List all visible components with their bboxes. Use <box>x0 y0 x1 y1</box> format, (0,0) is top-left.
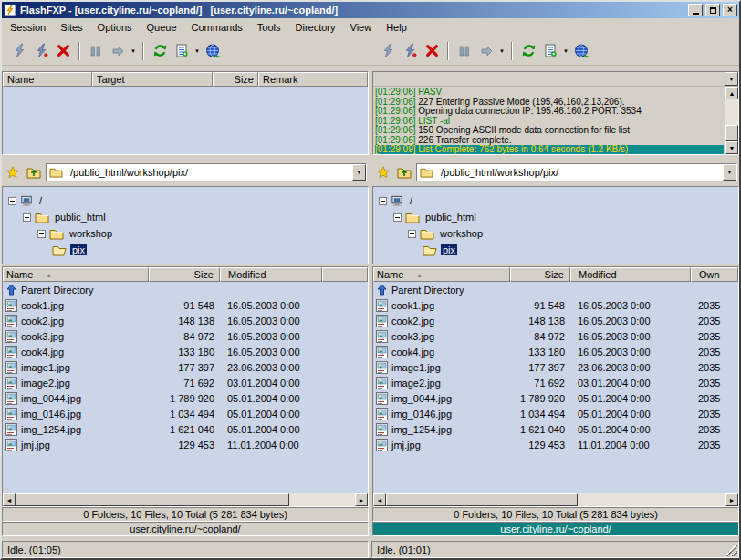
queue-column-name[interactable]: Name <box>3 72 92 87</box>
tree-item-root[interactable]: / <box>3 192 368 209</box>
queue-column-target[interactable]: Target <box>92 72 213 87</box>
column-header-name[interactable]: Name▲ <box>3 267 149 282</box>
file-row[interactable]: cook1.jpg91 54816.05.2003 0:00 <box>3 297 368 313</box>
log-combobox[interactable]: ▼ <box>373 72 738 87</box>
menu-tools[interactable]: Tools <box>250 19 288 36</box>
file-row[interactable]: img_0044.jpg1 789 92005.01.2004 0:002035 <box>373 390 738 406</box>
transfer-queue-dropdown-arrow[interactable]: ▼ <box>497 40 506 62</box>
tree-expander-icon[interactable] <box>408 230 416 238</box>
tree-item-pix[interactable]: pix <box>3 242 368 258</box>
queue-view-button[interactable] <box>539 40 561 62</box>
file-row[interactable]: cook1.jpg91 54816.05.2003 0:002035 <box>373 297 738 313</box>
transfer-queue-button[interactable] <box>475 40 497 62</box>
file-row[interactable]: cook2.jpg148 13816.05.2003 0:00 <box>3 313 368 328</box>
file-row[interactable]: image2.jpg71 69203.01.2004 0:00 <box>3 375 368 390</box>
file-row[interactable]: img_1254.jpg1 621 04005.01.2004 0:002035 <box>373 421 738 437</box>
log-dropdown-arrow[interactable]: ▼ <box>725 72 738 86</box>
queue-view-dropdown-arrow[interactable]: ▼ <box>193 40 202 62</box>
tree-expander-icon[interactable] <box>23 213 31 222</box>
resize-grip[interactable] <box>726 545 737 556</box>
restore-button[interactable] <box>705 4 720 16</box>
menu-session[interactable]: Session <box>3 19 53 36</box>
path-combobox-right[interactable]: /public_html/workshop/pix/ ▼ <box>416 163 737 181</box>
menu-help[interactable]: Help <box>379 19 414 36</box>
file-row[interactable]: image1.jpg177 39723.06.2003 0:00 <box>3 359 368 375</box>
column-header-size[interactable]: Size <box>149 267 220 282</box>
file-row[interactable]: jmj.jpg129 45311.01.2004 0:00 <box>3 437 368 452</box>
favorites-button[interactable] <box>374 163 392 181</box>
column-header-modified[interactable]: Modified <box>570 267 691 282</box>
tree-expander-icon[interactable] <box>8 197 16 205</box>
scroll-down-arrow[interactable]: ▼ <box>725 141 738 154</box>
scroll-thumb[interactable] <box>725 125 738 141</box>
scroll-left-arrow[interactable]: ◄ <box>373 493 386 506</box>
up-directory-button[interactable] <box>395 163 413 181</box>
file-row[interactable]: img_1254.jpg1 621 04005.01.2004 0:00 <box>3 421 368 437</box>
file-row[interactable]: image1.jpg177 39723.06.2003 0:002035 <box>373 359 738 375</box>
site-manager-button[interactable] <box>570 40 592 62</box>
connect-button[interactable] <box>377 40 399 62</box>
path-dropdown-arrow-right[interactable]: ▼ <box>723 164 736 181</box>
connect-button[interactable] <box>8 40 30 62</box>
up-directory-button[interactable] <box>25 163 43 181</box>
scroll-up-arrow[interactable]: ▲ <box>725 87 738 99</box>
file-row[interactable]: img_0146.jpg1 034 49405.01.2004 0:00 <box>3 406 368 421</box>
horizontal-scrollbar-left[interactable]: ◄ ► <box>3 493 368 506</box>
quick-connect-button[interactable] <box>30 40 52 62</box>
app-icon[interactable] <box>4 4 17 17</box>
refresh-button[interactable] <box>517 40 539 62</box>
tree-item-pix[interactable]: pix <box>373 242 738 258</box>
scroll-track[interactable] <box>16 493 355 506</box>
column-header-name[interactable]: Name▲ <box>373 267 510 282</box>
menu-commands[interactable]: Commands <box>184 19 250 36</box>
transfer-queue-dropdown-arrow[interactable]: ▼ <box>129 40 138 62</box>
tree-item-workshop[interactable]: workshop <box>3 225 368 242</box>
parent-directory-row[interactable]: Parent Directory <box>3 282 368 297</box>
parent-directory-row[interactable]: Parent Directory <box>373 282 738 297</box>
minimize-button[interactable] <box>688 4 703 16</box>
scroll-thumb[interactable] <box>386 493 578 506</box>
file-row[interactable]: cook4.jpg133 18016.05.2003 0:00 <box>3 344 368 359</box>
transfer-queue-button[interactable] <box>107 40 129 62</box>
horizontal-scrollbar-right[interactable]: ◄ ► <box>373 493 738 506</box>
titlebar[interactable]: FlashFXP - [user.cityline.ru/~copland/] … <box>2 2 739 18</box>
queue-list[interactable] <box>3 87 368 154</box>
pause-queue-button[interactable] <box>85 40 107 62</box>
column-header-modified[interactable]: Modified <box>220 267 322 282</box>
scroll-right-arrow[interactable]: ► <box>355 493 368 506</box>
log-vertical-scrollbar[interactable]: ▲ ▼ <box>725 87 738 154</box>
queue-column-remark[interactable]: Remark <box>258 72 368 87</box>
scroll-thumb[interactable] <box>16 493 289 506</box>
file-row[interactable]: cook3.jpg84 97216.05.2003 0:002035 <box>373 328 738 344</box>
abort-button[interactable] <box>421 40 443 62</box>
menu-queue[interactable]: Queue <box>140 19 184 36</box>
tree-expander-icon[interactable] <box>393 213 402 222</box>
scroll-track[interactable] <box>386 493 725 506</box>
quick-connect-button[interactable] <box>399 40 421 62</box>
file-row[interactable]: cook3.jpg84 97216.05.2003 0:00 <box>3 328 368 344</box>
abort-button[interactable] <box>52 40 74 62</box>
tree-item-workshop[interactable]: workshop <box>373 225 738 242</box>
scroll-right-arrow[interactable]: ► <box>725 493 738 506</box>
file-row[interactable]: cook4.jpg133 18016.05.2003 0:002035 <box>373 344 738 359</box>
file-row[interactable]: jmj.jpg129 45311.01.2004 0:002035 <box>373 437 738 452</box>
file-row[interactable]: image2.jpg71 69203.01.2004 0:002035 <box>373 375 738 390</box>
tree-item-public_html[interactable]: public_html <box>3 209 368 225</box>
file-row[interactable]: img_0044.jpg1 789 92005.01.2004 0:00 <box>3 390 368 406</box>
path-dropdown-arrow-left[interactable]: ▼ <box>352 164 366 181</box>
queue-view-dropdown-arrow[interactable]: ▼ <box>561 40 570 62</box>
menu-sites[interactable]: Sites <box>53 19 89 36</box>
scroll-track[interactable] <box>725 99 738 141</box>
refresh-button[interactable] <box>149 40 171 62</box>
close-button[interactable]: × <box>723 4 737 16</box>
tree-expander-icon[interactable] <box>37 230 46 238</box>
file-row[interactable]: cook2.jpg148 13816.05.2003 0:002035 <box>373 313 738 328</box>
queue-view-button[interactable] <box>171 40 193 62</box>
scroll-left-arrow[interactable]: ◄ <box>3 493 16 506</box>
column-header-own[interactable]: Own <box>691 267 738 282</box>
favorites-button[interactable] <box>4 163 22 181</box>
column-header-size[interactable]: Size <box>510 267 570 282</box>
tree-item-root[interactable]: / <box>373 192 738 209</box>
menu-options[interactable]: Options <box>90 19 140 36</box>
tree-item-public_html[interactable]: public_html <box>373 209 738 225</box>
